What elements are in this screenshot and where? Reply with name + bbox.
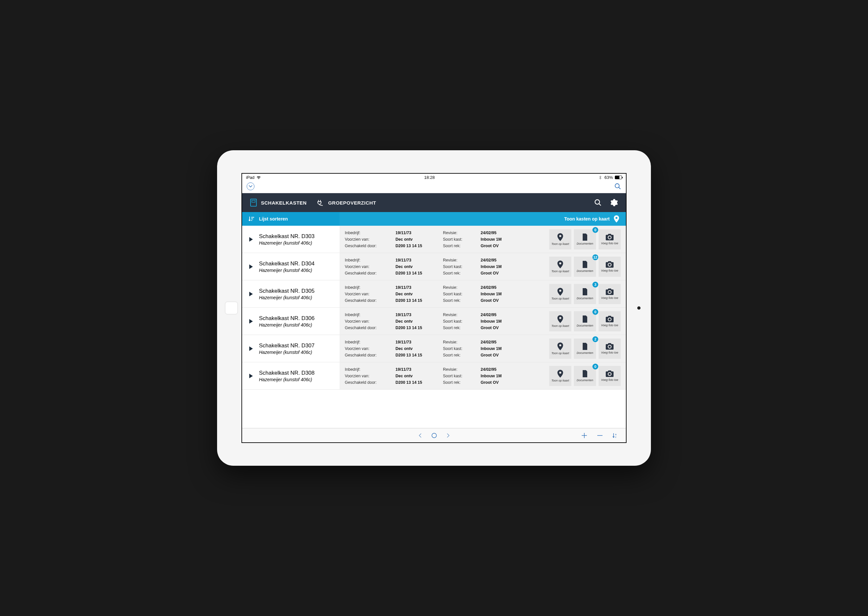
- clock: 18:28: [424, 175, 435, 180]
- show-on-map-button[interactable]: Toon op kaart: [549, 284, 571, 304]
- documents-button[interactable]: 2 Documenten: [574, 339, 596, 359]
- device-label: iPad: [246, 175, 254, 180]
- list-item[interactable]: Schakelkast NR. D305 Hazemeijer (kunstof…: [242, 280, 626, 308]
- show-on-map-button[interactable]: Toon op kaart: [549, 339, 571, 359]
- svg-point-4: [595, 200, 600, 204]
- svg-line-1: [619, 187, 621, 189]
- cabinet-subtitle: Hazemeijer (kunstof 406c): [259, 350, 315, 355]
- expand-icon[interactable]: [249, 373, 253, 379]
- svg-point-0: [615, 184, 619, 188]
- map-pin-icon: [557, 288, 564, 295]
- cabinet-details: Inbedrijf: Voorzien van: Geschakeld door…: [340, 226, 547, 253]
- cabinet-details: Inbedrijf: Voorzien van: Geschakeld door…: [340, 362, 547, 389]
- show-on-map-button[interactable]: Toon op kaart: [549, 366, 571, 386]
- tab-groepoverzicht[interactable]: GROEPOVERZICHT: [316, 199, 376, 206]
- camera-icon: [606, 261, 614, 268]
- document-icon: [582, 343, 588, 350]
- settings-button[interactable]: [610, 199, 618, 206]
- cabinet-title: Schakelkast NR. D306: [259, 315, 315, 322]
- cabinet-title: Schakelkast NR. D303: [259, 233, 315, 240]
- add-photo-button[interactable]: Voeg foto toe: [599, 311, 621, 332]
- add-button[interactable]: [581, 432, 588, 439]
- remove-button[interactable]: [597, 432, 603, 439]
- camera-icon: [606, 289, 614, 295]
- documents-button[interactable]: 12 Documenten: [574, 257, 596, 277]
- documents-button[interactable]: 0 Documenten: [574, 366, 596, 386]
- plug-icon: [316, 199, 324, 206]
- tab-label: GROEPOVERZICHT: [328, 200, 376, 206]
- sort-button[interactable]: Lijst sorteren: [242, 212, 340, 226]
- documents-button[interactable]: 0 Documenten: [574, 229, 596, 250]
- svg-text:z: z: [615, 436, 616, 438]
- add-photo-button[interactable]: Voeg foto toe: [599, 284, 621, 304]
- map-pin-icon: [557, 343, 564, 350]
- bluetooth-icon: [598, 176, 603, 179]
- expand-icon[interactable]: [249, 346, 253, 351]
- map-pin-icon: [557, 370, 564, 377]
- list-item[interactable]: Schakelkast NR. D304 Hazemeijer (kunstof…: [242, 253, 626, 280]
- tab-schakelkasten[interactable]: SCHAKELKASTEN: [250, 199, 307, 206]
- dropdown-button[interactable]: [247, 182, 254, 190]
- sort-az-button[interactable]: az: [612, 432, 618, 438]
- search-button[interactable]: [614, 183, 621, 190]
- cabinet-title: Schakelkast NR. D305: [259, 288, 315, 294]
- expand-icon[interactable]: [249, 237, 253, 242]
- map-pin-icon: [557, 315, 564, 323]
- list-item[interactable]: Schakelkast NR. D307 Hazemeijer (kunstof…: [242, 335, 626, 362]
- show-on-map-button[interactable]: Toon kasten op kaart: [564, 215, 626, 222]
- sort-icon: [249, 216, 254, 222]
- wifi-icon: [256, 176, 261, 179]
- documents-badge: 0: [592, 227, 598, 233]
- filter-bar: Lijst sorteren Toon kasten op kaart: [242, 212, 626, 226]
- documents-button[interactable]: 3 Documenten: [574, 284, 596, 304]
- add-photo-button[interactable]: Voeg foto toe: [599, 229, 621, 250]
- camera-icon: [606, 343, 614, 350]
- nav-search-button[interactable]: [594, 199, 602, 206]
- document-icon: [582, 316, 588, 323]
- document-icon: [582, 370, 588, 377]
- home-button[interactable]: [225, 302, 238, 314]
- add-photo-button[interactable]: Voeg foto toe: [599, 366, 621, 386]
- svg-text:a: a: [615, 433, 616, 435]
- map-pin-icon: [557, 233, 564, 241]
- battery-percent: 63%: [605, 175, 613, 180]
- cabinet-subtitle: Hazemeijer (kunstof 406c): [259, 295, 315, 300]
- documents-button[interactable]: 0 Documenten: [574, 311, 596, 332]
- cabinet-subtitle: Hazemeijer (kunstof 406c): [259, 240, 315, 245]
- cabinet-subtitle: Hazemeijer (kunstof 406c): [259, 377, 315, 382]
- add-photo-button[interactable]: Voeg foto toe: [599, 257, 621, 277]
- document-icon: [582, 234, 588, 241]
- show-on-map-button[interactable]: Toon op kaart: [549, 229, 571, 250]
- cabinet-list[interactable]: Schakelkast NR. D303 Hazemeijer (kunstof…: [242, 226, 626, 428]
- sort-label: Lijst sorteren: [259, 216, 288, 222]
- show-on-map-button[interactable]: Toon op kaart: [549, 311, 571, 332]
- cabinet-icon: [250, 199, 257, 206]
- cabinet-details: Inbedrijf: Voorzien van: Geschakeld door…: [340, 280, 547, 307]
- documents-badge: 2: [592, 336, 598, 342]
- map-label: Toon kasten op kaart: [564, 216, 609, 222]
- list-item[interactable]: Schakelkast NR. D308 Hazemeijer (kunstof…: [242, 362, 626, 390]
- list-item[interactable]: Schakelkast NR. D303 Hazemeijer (kunstof…: [242, 226, 626, 253]
- refresh-button[interactable]: [431, 432, 437, 438]
- cabinet-details: Inbedrijf: Voorzien van: Geschakeld door…: [340, 253, 547, 280]
- cabinet-title: Schakelkast NR. D307: [259, 343, 315, 349]
- prev-button[interactable]: [418, 433, 422, 438]
- expand-icon[interactable]: [249, 291, 253, 297]
- expand-icon[interactable]: [249, 264, 253, 269]
- list-item[interactable]: Schakelkast NR. D306 Hazemeijer (kunstof…: [242, 308, 626, 335]
- show-on-map-button[interactable]: Toon op kaart: [549, 257, 571, 277]
- add-photo-button[interactable]: Voeg foto toe: [599, 339, 621, 359]
- documents-badge: 3: [592, 282, 598, 288]
- camera-icon: [606, 234, 614, 240]
- next-button[interactable]: [446, 433, 450, 438]
- footer-toolbar: az: [242, 428, 626, 442]
- documents-badge: 12: [592, 255, 598, 260]
- camera-icon: [606, 371, 614, 377]
- expand-icon[interactable]: [249, 319, 253, 324]
- cabinet-title: Schakelkast NR. D304: [259, 261, 315, 267]
- svg-rect-3: [252, 200, 255, 202]
- camera: [637, 306, 641, 310]
- tab-label: SCHAKELKASTEN: [261, 200, 307, 206]
- cabinet-details: Inbedrijf: Voorzien van: Geschakeld door…: [340, 335, 547, 362]
- screen: iPad 18:28 63%: [241, 173, 627, 443]
